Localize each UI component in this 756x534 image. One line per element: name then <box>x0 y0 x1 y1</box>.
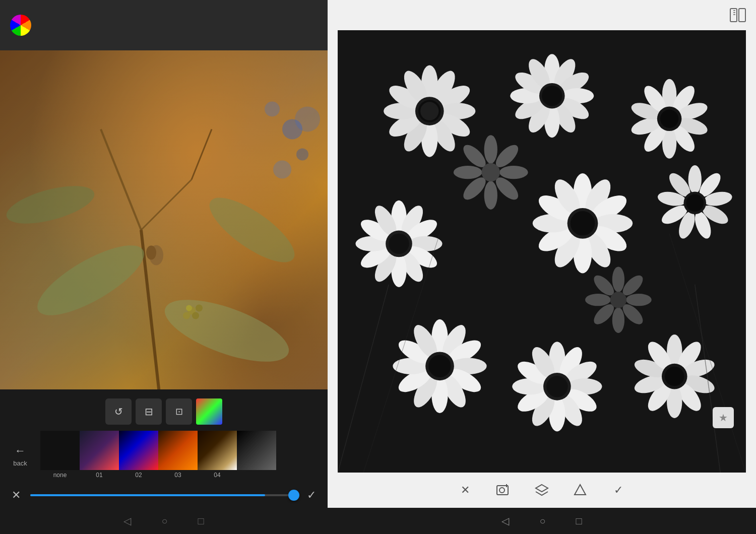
mask-icon <box>573 483 587 497</box>
layers-button[interactable] <box>533 481 551 499</box>
color-btn[interactable] <box>196 398 222 425</box>
add-photo-button[interactable] <box>494 481 513 499</box>
back-arrow-icon: ← <box>15 444 26 457</box>
right-header <box>328 0 756 30</box>
cancel-button[interactable]: ✕ <box>8 489 24 502</box>
svg-point-14 <box>192 312 199 319</box>
compare-split-btn[interactable]: ⊟ <box>136 398 162 425</box>
filter-02[interactable]: 02 <box>119 431 158 481</box>
filter-04-img <box>198 431 237 470</box>
svg-point-70 <box>660 110 678 128</box>
svg-point-17 <box>265 102 280 117</box>
cancel-action-button[interactable]: ✕ <box>456 481 474 499</box>
svg-point-158 <box>482 163 500 181</box>
reset-icon: ↺ <box>114 406 123 418</box>
svg-point-154 <box>484 181 497 210</box>
filter-01-img <box>80 431 119 470</box>
svg-point-161 <box>626 294 652 306</box>
svg-point-123 <box>428 355 451 378</box>
intensity-slider[interactable] <box>30 494 297 496</box>
right-panel: ★ ✕ ✓ <box>328 0 756 534</box>
svg-point-18 <box>296 149 308 161</box>
svg-point-13 <box>183 312 190 319</box>
mask-button[interactable] <box>571 481 589 499</box>
filter-04[interactable]: 04 <box>198 431 237 481</box>
filter-02-img <box>119 431 158 470</box>
filter-03-img <box>158 431 198 470</box>
filter-strip: ← back none 01 02 03 <box>0 429 328 483</box>
nav-apps-button-left[interactable]: □ <box>198 515 204 527</box>
right-action-bar: ✕ ✓ <box>328 473 756 508</box>
svg-rect-23 <box>739 9 745 22</box>
filter-01-label: 01 <box>96 472 102 481</box>
layers-icon <box>535 483 549 497</box>
filter-05-img <box>237 431 276 470</box>
slider-fill <box>30 494 265 496</box>
svg-point-84 <box>389 234 409 254</box>
svg-point-165 <box>585 294 611 306</box>
svg-point-152 <box>499 166 528 179</box>
svg-point-19 <box>295 107 320 132</box>
filter-01[interactable]: 01 <box>80 431 119 481</box>
slider-row: ✕ ✓ <box>0 483 328 508</box>
compare-icon-container[interactable] <box>730 8 746 22</box>
bw-flowers-image <box>338 30 746 473</box>
svg-point-150 <box>484 135 497 164</box>
back-label: back <box>13 459 27 467</box>
confirm-button[interactable]: ✓ <box>303 489 320 502</box>
filter-04-label: 04 <box>214 472 220 481</box>
filter-05[interactable] <box>237 431 276 481</box>
slider-thumb[interactable] <box>288 490 299 501</box>
add-photo-icon <box>496 483 511 497</box>
right-photo-area: ★ <box>338 30 746 473</box>
svg-point-98 <box>571 211 595 236</box>
left-panel: ↺ ⊟ ⊡ ← back none <box>0 0 328 534</box>
filter-02-label: 02 <box>135 472 142 481</box>
filter-none-img <box>40 431 80 470</box>
nav-home-button-left[interactable]: ○ <box>161 515 167 527</box>
filter-none[interactable]: none <box>40 431 80 481</box>
filter-03-label: 03 <box>174 472 181 481</box>
app-logo <box>10 15 31 36</box>
reset-icon-btn[interactable]: ↺ <box>105 398 132 425</box>
confirm-action-button[interactable]: ✓ <box>609 481 627 499</box>
filter-thumbnails: none 01 02 03 04 <box>40 431 328 481</box>
svg-point-44 <box>420 102 438 120</box>
svg-point-109 <box>686 194 704 212</box>
adjust-icon: ⊡ <box>175 406 183 417</box>
right-nav-bar: ◁ ○ □ <box>328 508 756 534</box>
cancel-icon: ✕ <box>461 484 470 497</box>
svg-point-149 <box>665 367 684 386</box>
nav-apps-button-right[interactable]: □ <box>576 515 582 527</box>
filter-icons-row: ↺ ⊟ ⊡ <box>0 394 328 429</box>
svg-point-163 <box>612 307 624 333</box>
adjust-btn[interactable]: ⊡ <box>166 398 192 425</box>
svg-point-58 <box>542 86 562 106</box>
svg-point-137 <box>546 376 568 397</box>
svg-point-167 <box>610 292 626 308</box>
svg-point-15 <box>186 305 192 311</box>
nav-home-button-right[interactable]: ○ <box>539 515 545 527</box>
back-button[interactable]: ← back <box>0 440 40 471</box>
check-icon: ✓ <box>614 484 623 497</box>
filter-03[interactable]: 03 <box>158 431 198 481</box>
plant-overlay <box>0 50 328 389</box>
svg-marker-177 <box>575 485 586 495</box>
compare-split-icon: ⊟ <box>145 406 153 418</box>
bottom-toolbar: ↺ ⊟ ⊡ ← back none <box>0 389 328 534</box>
filter-none-label: none <box>53 472 67 481</box>
nav-back-button-left[interactable]: ◁ <box>123 515 131 527</box>
star-icon: ★ <box>719 412 728 424</box>
svg-point-20 <box>273 161 291 179</box>
nav-back-button-right[interactable]: ◁ <box>501 515 509 527</box>
svg-point-173 <box>499 488 505 493</box>
svg-point-10 <box>146 246 156 260</box>
svg-point-99 <box>688 165 702 194</box>
bookmark-badge[interactable]: ★ <box>713 407 734 428</box>
svg-point-12 <box>196 305 203 312</box>
svg-point-156 <box>454 166 482 179</box>
left-header <box>0 0 328 50</box>
svg-marker-176 <box>536 485 548 492</box>
left-photo-area <box>0 50 328 389</box>
svg-point-159 <box>612 266 624 292</box>
